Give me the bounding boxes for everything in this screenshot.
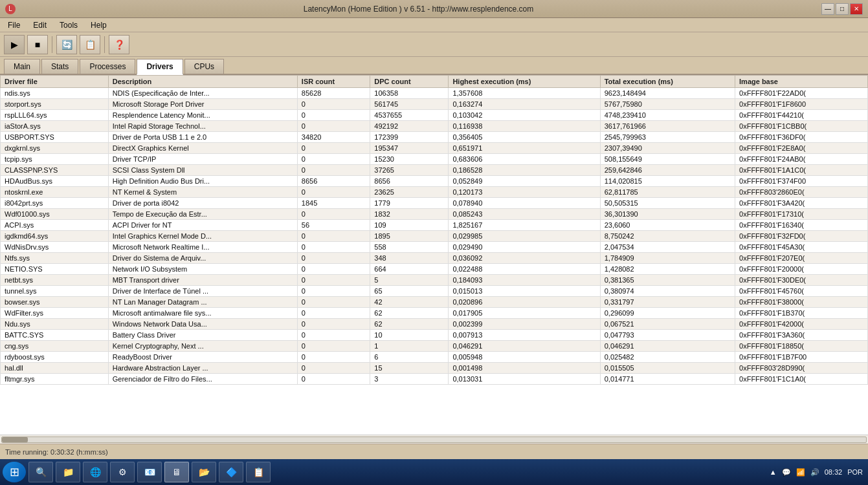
table-row[interactable]: WdFilter.sysMicrosoft antimalware file s… <box>1 308 868 319</box>
table-row[interactable]: cng.sysKernel Cryptography, Next ...010,… <box>1 341 868 352</box>
systray-up-arrow[interactable]: ▲ <box>770 468 777 476</box>
table-row[interactable]: iaStorA.sysIntel Rapid Storage Technol..… <box>1 121 868 132</box>
table-cell: 0xFFFF801'F17310( <box>735 209 868 220</box>
menu-edit[interactable]: Edit <box>28 19 52 31</box>
table-row[interactable]: ACPI.sysACPI Driver for NT561091,8251672… <box>1 220 868 231</box>
table-row[interactable]: bowser.sysNT Lan Manager Datagram ...042… <box>1 297 868 308</box>
maximize-button[interactable]: □ <box>836 3 849 15</box>
tab-drivers[interactable]: Drivers <box>137 59 183 75</box>
taskbar-explorer[interactable]: 📁 <box>56 462 80 482</box>
language[interactable]: POR <box>847 468 863 476</box>
table-row[interactable]: tcpip.sysDriver TCP/IP0152300,683606508,… <box>1 154 868 165</box>
table-scroll-area[interactable]: Driver file Description ISR count DPC co… <box>0 75 868 435</box>
table-row[interactable]: WdNisDrv.sysMicrosoft Network Realtime I… <box>1 242 868 253</box>
tab-cpus[interactable]: CPUs <box>184 59 224 74</box>
table-cell: cng.sys <box>1 341 109 352</box>
table-cell: 0,103042 <box>449 110 600 121</box>
table-cell: 0,184093 <box>449 275 600 286</box>
table-cell: 0xFFFF801'F44210( <box>735 110 868 121</box>
table-cell: 1779 <box>370 198 449 209</box>
toolbar-start-button[interactable]: ▶ <box>4 35 25 54</box>
table-cell: 0xFFFF803'2860E0( <box>735 187 868 198</box>
table-row[interactable]: NETIO.SYSNetwork I/O Subsystem06640,0224… <box>1 264 868 275</box>
taskbar-app2[interactable]: 📋 <box>246 462 271 482</box>
tab-processes[interactable]: Processes <box>80 59 135 74</box>
table-cell: 4537655 <box>370 110 449 121</box>
taskbar-latencymon[interactable]: 🖥 <box>164 462 189 482</box>
table-row[interactable]: USBPORT.SYSDriver de Porta USB 1.1 e 2.0… <box>1 132 868 143</box>
table-row[interactable]: igdkmd64.sysIntel Graphics Kernel Mode D… <box>1 231 868 242</box>
table-row[interactable]: hal.dllHardware Abstraction Layer ...015… <box>1 363 868 374</box>
table-cell: 0xFFFF801'F45760( <box>735 286 868 297</box>
menu-tools[interactable]: Tools <box>54 19 83 31</box>
tab-main[interactable]: Main <box>4 59 40 74</box>
table-cell: 0xFFFF801'F374F00 <box>735 176 868 187</box>
table-cell: Ndu.sys <box>1 319 109 330</box>
col-isr-count[interactable]: ISR count <box>297 76 370 88</box>
col-highest-exec[interactable]: Highest execution (ms) <box>449 76 600 88</box>
table-cell: 0 <box>297 363 370 374</box>
table-cell: rspLLL64.sys <box>1 110 109 121</box>
table-row[interactable]: Ntfs.sysDriver do Sistema de Arquiv...03… <box>1 253 868 264</box>
systray-chat[interactable]: 💬 <box>782 468 791 477</box>
table-cell: 0 <box>297 319 370 330</box>
browser-icon: 🌐 <box>89 466 102 479</box>
horizontal-scrollbar[interactable] <box>0 435 868 444</box>
nav-tabs: Main Stats Processes Drivers CPUs <box>0 57 868 75</box>
table-row[interactable]: ndis.sysNDIS (Especificação de Inter...8… <box>1 88 868 99</box>
taskbar-mail[interactable]: 📧 <box>137 462 162 482</box>
scrollbar-track[interactable] <box>1 436 867 443</box>
systray-network[interactable]: 📶 <box>796 468 805 477</box>
table-row[interactable]: HDAudBus.sysHigh Definition Audio Bus Dr… <box>1 176 868 187</box>
table-row[interactable]: i8042prt.sysDriver de porta i80421845177… <box>1 198 868 209</box>
menu-file[interactable]: File <box>3 19 25 31</box>
table-cell: 0xFFFF801'F22AD0( <box>735 88 868 99</box>
taskbar-app1[interactable]: 🔷 <box>219 462 243 482</box>
table-cell: 0 <box>297 308 370 319</box>
table-cell: 0,052849 <box>449 176 600 187</box>
table-cell: 9623,148494 <box>600 88 735 99</box>
table-cell: 0xFFFF801'F2E8A0( <box>735 143 868 154</box>
table-row[interactable]: rdyboost.sysReadyBoost Driver060,0059480… <box>1 352 868 363</box>
close-button[interactable]: ✕ <box>850 3 863 15</box>
table-cell: 10 <box>370 330 449 341</box>
table-row[interactable]: tunnel.sysDriver de Interface de Túnel .… <box>1 286 868 297</box>
col-image-base[interactable]: Image base <box>735 76 868 88</box>
col-driver-file[interactable]: Driver file <box>1 76 109 88</box>
scrollbar-thumb[interactable] <box>2 437 28 442</box>
col-description[interactable]: Description <box>108 76 297 88</box>
toolbar-refresh-button[interactable]: 🔄 <box>56 35 77 54</box>
table-cell: ndis.sys <box>1 88 109 99</box>
systray-volume[interactable]: 🔊 <box>810 468 819 477</box>
table-row[interactable]: dxgkrnl.sysDirectX Graphics Kernel019534… <box>1 143 868 154</box>
toolbar-help-button[interactable]: ❓ <box>109 35 129 54</box>
taskbar-settings[interactable]: ⚙ <box>110 462 135 482</box>
table-cell: 0,015013 <box>449 286 600 297</box>
col-dpc-count[interactable]: DPC count <box>370 76 449 88</box>
tab-stats[interactable]: Stats <box>41 59 78 74</box>
table-cell: Intel Rapid Storage Technol... <box>108 121 297 132</box>
table-cell: ACPI Driver for NT <box>108 220 297 231</box>
table-row[interactable]: Ndu.sysWindows Network Data Usa...0620,0… <box>1 319 868 330</box>
col-total-exec[interactable]: Total execution (ms) <box>600 76 735 88</box>
table-cell: 0,029985 <box>449 231 600 242</box>
table-row[interactable]: storport.sysMicrosoft Storage Port Drive… <box>1 99 868 110</box>
table-cell: 0 <box>297 121 370 132</box>
toolbar-copy-button[interactable]: 📋 <box>80 35 100 54</box>
table-row[interactable]: rspLLL64.sysResplendence Latency Monit..… <box>1 110 868 121</box>
start-button[interactable]: ⊞ <box>3 462 26 482</box>
toolbar-stop-button[interactable]: ■ <box>27 35 48 54</box>
taskbar-search[interactable]: 🔍 <box>28 462 53 482</box>
table-row[interactable]: CLASSPNP.SYSSCSI Class System Dll0372650… <box>1 165 868 176</box>
table-row[interactable]: fltmgr.sysGerenciador de Filtro do Files… <box>1 374 868 385</box>
menu-help[interactable]: Help <box>85 19 112 31</box>
table-row[interactable]: Wdf01000.sysTempo de Execução da Estr...… <box>1 209 868 220</box>
taskbar-files[interactable]: 📂 <box>192 462 216 482</box>
table-row[interactable]: ntoskrnl.exeNT Kernel & System0236250,12… <box>1 187 868 198</box>
taskbar-browser[interactable]: 🌐 <box>83 462 107 482</box>
table-row[interactable]: netbt.sysMBT Transport driver050,1840930… <box>1 275 868 286</box>
table-cell: 172399 <box>370 132 449 143</box>
table-row[interactable]: BATTC.SYSBattery Class Driver0100,007913… <box>1 330 868 341</box>
minimize-button[interactable]: — <box>821 3 834 15</box>
table-cell: 0xFFFF801'F20000( <box>735 264 868 275</box>
